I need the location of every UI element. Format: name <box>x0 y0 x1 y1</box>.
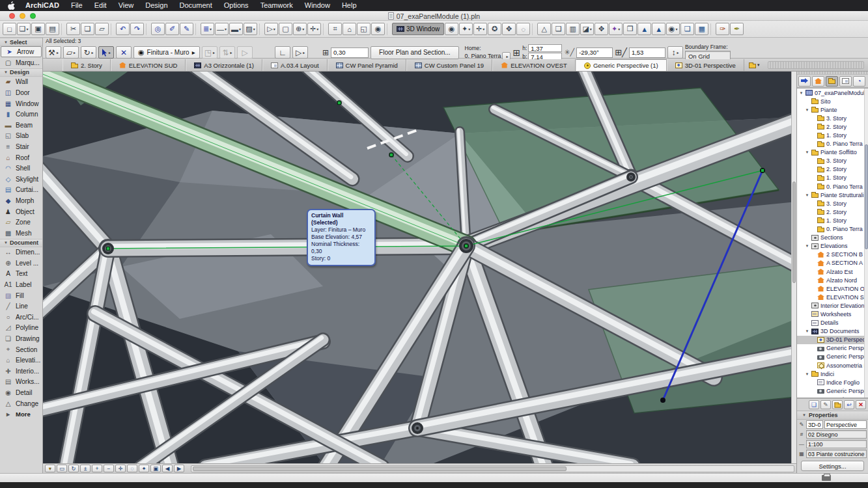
paste-button[interactable]: ▱ <box>95 23 109 35</box>
geometry-method-button[interactable]: ▱▸ <box>63 46 79 59</box>
tab-cw-custom-panel-19[interactable]: CW Custom Panel 19 <box>406 59 492 71</box>
tool-line[interactable]: ╱Line <box>0 301 42 312</box>
tool-section[interactable]: ⌖Section <box>0 344 42 355</box>
print-button[interactable]: ▤ <box>46 23 59 35</box>
new-viewpoint-button[interactable]: ✎ <box>820 400 831 409</box>
tool-elevation[interactable]: ⌂Elevati... <box>0 355 42 366</box>
pen-color-button[interactable]: ▬▾ <box>229 23 243 35</box>
fit-in-window-button[interactable]: ▣ <box>150 465 161 472</box>
camera-button[interactable]: ◉ <box>445 23 458 35</box>
tool-stair[interactable]: ≡Stair <box>0 141 42 152</box>
tree-item-3-story[interactable]: 3. Story <box>797 114 868 122</box>
save-view-button[interactable]: ❏ <box>680 23 694 35</box>
tree-item-details[interactable]: Details <box>797 319 868 327</box>
delete-button[interactable]: ✕ <box>856 400 866 409</box>
tool-drawing[interactable]: ❏Drawing <box>0 333 42 344</box>
tool-curtain-wall[interactable]: ▤Curtai... <box>0 185 42 196</box>
property-value[interactable]: 02 Disegno <box>806 430 867 439</box>
expander-icon[interactable]: ▼ <box>805 372 809 376</box>
menu-window[interactable]: Window <box>299 0 336 11</box>
clone-folder-button[interactable]: ❏ <box>809 400 819 409</box>
tree-scrollbar[interactable] <box>864 88 868 398</box>
menu-view[interactable]: View <box>113 0 140 11</box>
tree-item-worksheets[interactable]: Worksheets <box>797 310 868 318</box>
zoom-level-button[interactable]: ± <box>80 465 91 472</box>
view-id-field[interactable]: 3D-0 <box>806 420 823 429</box>
menu-file[interactable]: File <box>65 0 89 11</box>
rotated-grid-button[interactable]: ⌗ <box>328 23 342 35</box>
story-link-button[interactable]: ⇅▸ <box>219 46 235 59</box>
grid-snap-button[interactable]: ⊕▾ <box>293 23 307 35</box>
tree-item-alzato-est[interactable]: Alzato Est <box>797 267 868 276</box>
apple-menu-icon[interactable] <box>7 1 16 10</box>
property-value[interactable]: 03 Piante costruzione <box>806 450 867 458</box>
check-1-button[interactable]: ✑ <box>716 23 729 35</box>
play-mode-button[interactable]: ▷▸ <box>292 46 308 59</box>
tree-item-sections[interactable]: Sections <box>797 234 868 242</box>
tool-morph[interactable]: ◆Morph <box>0 195 42 206</box>
thickness-field[interactable] <box>331 47 369 58</box>
property-value[interactable]: 1:100 <box>806 440 867 448</box>
menu-edit[interactable]: Edit <box>89 0 113 11</box>
toolbox-section-select[interactable]: ▼Select <box>0 38 42 46</box>
expander-icon[interactable]: ▼ <box>805 150 809 154</box>
tool-shell[interactable]: ◠Shell <box>0 163 42 174</box>
tree-item-2-section-b[interactable]: 2 SECTION B <box>797 251 868 259</box>
new-file-button[interactable]: □ <box>3 23 16 35</box>
frame-position-button[interactable]: ↕▸ <box>667 46 683 59</box>
tool-text[interactable]: AText <box>0 269 42 280</box>
check-2-button[interactable]: ✒ <box>730 23 744 35</box>
calc-button[interactable]: ▦ <box>695 23 708 35</box>
tool-detail[interactable]: ◉Detail <box>0 387 42 398</box>
layer-selector[interactable]: ◉ Finitura - Muro ▸ <box>133 46 200 59</box>
tree-item-elevations[interactable]: ▼Elevations <box>797 242 868 251</box>
rotated-view-button[interactable]: ↻ <box>68 465 79 472</box>
line-type-button[interactable]: —▾ <box>215 23 229 35</box>
home-story-button[interactable]: ⌂ <box>343 23 356 35</box>
tool-dimension[interactable]: ↔Dimen... <box>0 247 42 258</box>
viewport-horizontal-scrollbar[interactable] <box>191 465 794 472</box>
tree-item-sito[interactable]: Sito <box>797 97 868 105</box>
zoom-out-button[interactable]: − <box>104 465 114 472</box>
explore-walk-button[interactable]: ✦ <box>139 465 149 472</box>
tab-2-story[interactable]: 2. Story <box>63 59 111 71</box>
previous-zoom-button[interactable]: ◀ <box>162 465 173 472</box>
tool-zone[interactable]: ▱Zone <box>0 217 42 228</box>
zoom-in-button[interactable]: + <box>92 465 102 472</box>
tool-marquee[interactable]: ▢Marqu... <box>0 57 42 68</box>
find-select-button[interactable]: ◎ <box>151 23 165 35</box>
brush-2-button[interactable]: ▲ <box>652 23 665 35</box>
camera-path-button[interactable]: ❐ <box>623 23 637 35</box>
orbit-button[interactable]: ◌ <box>127 465 137 472</box>
tool-interior-elevation[interactable]: ✚Interio... <box>0 366 42 377</box>
tree-item-2-story[interactable]: 2. Story <box>797 208 868 216</box>
tree-item-0-piano-terra[interactable]: 0. Piano Terra <box>797 140 868 148</box>
tree-item-interior-elevations[interactable]: Interior Elevations <box>797 301 868 310</box>
zoom-selection-button[interactable]: ▭ <box>57 465 67 472</box>
tab-elevation-ovest[interactable]: ELEVATION OVEST <box>492 59 576 71</box>
gravity-button[interactable]: ✛▾ <box>307 23 321 35</box>
tree-item-3-story[interactable]: 3. Story <box>797 157 868 165</box>
expander-icon[interactable]: ▼ <box>805 193 809 197</box>
menu-document[interactable]: Document <box>174 0 218 11</box>
tree-item-3-story[interactable]: 3. Story <box>797 199 868 208</box>
viewport-vertical-scrollbar[interactable] <box>791 72 796 463</box>
fill-type-button[interactable]: ▨▾ <box>244 23 257 35</box>
redo-button[interactable]: ↷ <box>130 23 144 35</box>
elevation-button[interactable]: ◳▸ <box>202 46 217 59</box>
expander-icon[interactable]: ▼ <box>805 244 809 248</box>
tool-arc-circle[interactable]: ○Arc/Ci... <box>0 312 42 323</box>
expander-icon[interactable]: ▼ <box>805 329 809 333</box>
layouts-button[interactable]: ❏ <box>552 23 565 35</box>
3d-scene[interactable] <box>43 72 796 463</box>
tree-item-generic-perspecti[interactable]: Generic Perspecti <box>797 386 868 395</box>
tree-item-3d-01-perspec[interactable]: 3D-01 Perspec <box>797 336 868 344</box>
project-map-button[interactable] <box>812 76 824 87</box>
save-view-button[interactable]: ↩ <box>844 400 854 409</box>
floor-plan-section-button[interactable]: Floor Plan and Section... <box>371 46 459 59</box>
tree-item-2-story[interactable]: 2. Story <box>797 165 868 174</box>
new-folder-button[interactable] <box>832 400 843 409</box>
menu-teamwork[interactable]: Teamwork <box>255 0 299 11</box>
toolbox-section-document[interactable]: ▼Document <box>0 239 42 247</box>
transform-button[interactable]: ✕ <box>116 46 132 59</box>
